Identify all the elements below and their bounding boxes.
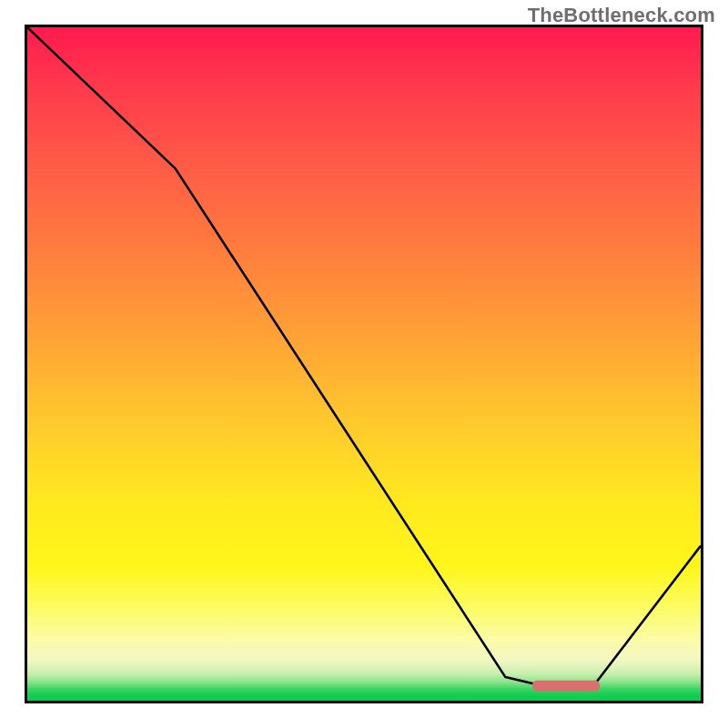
chart-container: TheBottleneck.com [0,0,728,728]
optimum-marker [532,681,600,692]
plot-area [25,25,703,703]
bottleneck-curve-path [27,27,701,687]
curve-layer [27,27,701,701]
watermark-text: TheBottleneck.com [528,4,715,27]
